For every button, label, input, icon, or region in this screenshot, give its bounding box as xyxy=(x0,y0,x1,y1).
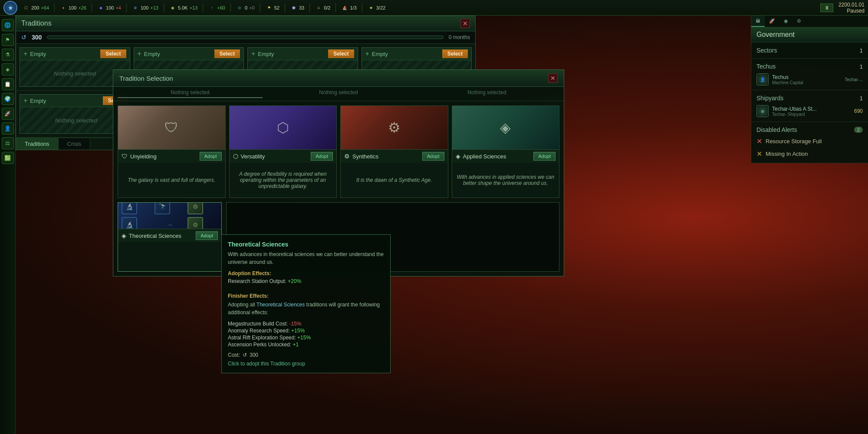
consumer-icon: ⊕ xyxy=(132,4,139,11)
tradition-card-versatility[interactable]: ⬡ ⬡ Versatility Adopt A degree of flexib… xyxy=(229,105,337,198)
tooltip-adoption-title: Adoption Effects: xyxy=(228,270,384,276)
slot-4-select-button[interactable]: Select xyxy=(442,49,468,58)
sidebar-icon-economy[interactable]: 💹 xyxy=(2,152,14,164)
finisher-value-4: +1 xyxy=(293,342,299,348)
traditions-title-bar: Traditions ✕ xyxy=(16,16,475,31)
tradition-card-synthetics[interactable]: ⚙ ⚙ Synthetics Adopt It is the dawn of a… xyxy=(340,105,448,198)
science1-icon: ⚑ xyxy=(266,4,273,11)
sidebar-icon-ships[interactable]: 🚀 xyxy=(2,108,14,120)
tradition-card-unyielding[interactable]: 🛡 🛡 Unyielding Adopt The galaxy is vast … xyxy=(118,105,226,198)
tooltip-finisher-body: Adopting all Theoretical Sciences tradit… xyxy=(228,301,384,316)
sidebar-icon-leaders[interactable]: 👤 xyxy=(2,122,14,135)
versatility-icon: ⬡ xyxy=(233,153,238,160)
shipyard-item-val: 690 xyxy=(854,108,863,114)
right-tab-settings[interactable]: ⚙ xyxy=(792,16,806,27)
unyielding-name: 🛡 Unyielding xyxy=(122,153,157,160)
alerts-title[interactable]: Disabled Alerts xyxy=(756,126,797,133)
slot-1-label: Empty xyxy=(30,51,46,57)
left-sidebar: 🌐 ⚑ ⚗ ◈ 📋 🌍 🚀 👤 ⚖ 💹 xyxy=(0,16,16,434)
theoretical-icon: ◈ xyxy=(122,232,126,239)
pause-button[interactable]: ⏸ xyxy=(820,3,833,12)
modal-title: Tradition Selection xyxy=(119,75,173,82)
pause-status: Paused xyxy=(838,8,865,14)
unyielding-desc: The galaxy is vast and full of dangers. xyxy=(118,163,225,197)
unyielding-icon: 🛡 xyxy=(122,153,128,160)
alert-missing[interactable]: ✕ Missing In Action xyxy=(756,148,863,160)
synthetics-adopt-button[interactable]: Adopt xyxy=(422,152,444,161)
shipyards-title[interactable]: Shipyards xyxy=(756,95,783,102)
sidebar-icon-empire[interactable]: ⚑ xyxy=(2,34,14,46)
slot-1-select-button[interactable]: Select xyxy=(100,49,126,58)
traditions-close-button[interactable]: ✕ xyxy=(460,19,470,28)
slot-3-select-button[interactable]: Select xyxy=(328,49,354,58)
applied-adopt-button[interactable]: Adopt xyxy=(533,152,556,161)
tooltip-finisher-effect-1: Megastructure Build Cost: -15% xyxy=(228,321,384,327)
finisher-value-3: +15% xyxy=(297,335,311,341)
game-logo[interactable]: ★ xyxy=(3,1,17,15)
sidebar-icon-factions[interactable]: ⚖ xyxy=(2,137,14,149)
sidebar-icon-map[interactable]: 🌐 xyxy=(2,19,14,31)
slot-2-select-button[interactable]: Select xyxy=(214,49,240,58)
right-section-alerts: Disabled Alerts 2 ✕ Resource Storage Ful… xyxy=(751,122,868,163)
sectors-title[interactable]: Sectors xyxy=(756,47,777,54)
shipyard-item-sub: Techar- Shipyard xyxy=(772,112,851,117)
shipyards-header: Shipyards 1 xyxy=(756,93,863,103)
right-tab-government[interactable]: 🏛 xyxy=(751,16,765,27)
right-tab-fleet[interactable]: 🚀 xyxy=(765,16,779,27)
tradition-cards-grid: 🛡 🛡 Unyielding Adopt The galaxy is vast … xyxy=(113,101,564,202)
synthetics-icon: ⚙ xyxy=(344,153,350,160)
unyielding-adopt-button[interactable]: Adopt xyxy=(200,152,222,161)
synthetics-image: ⚙ xyxy=(341,106,448,149)
modal-nothing-2: Nothing selected xyxy=(266,89,411,98)
versatility-adopt-button[interactable]: Adopt xyxy=(311,152,333,161)
sidebar-icon-planets[interactable]: 🌍 xyxy=(2,93,14,105)
tab-crisis[interactable]: Crisis xyxy=(59,138,91,150)
resource-fleet2: ⛵ 1/3 xyxy=(341,4,356,11)
tooltip-cta[interactable]: Click to adopt this Tradition group xyxy=(228,361,384,367)
food-icon: ◉ xyxy=(169,4,176,11)
sidebar-icon-traditions[interactable]: ◈ xyxy=(2,63,14,76)
shipyard-item[interactable]: ⊕ Techar-Ubas A St... Techar- Shipyard 6… xyxy=(756,103,863,119)
minerals-delta: +26 xyxy=(78,5,86,10)
techus-item-name: Techus xyxy=(772,74,841,80)
tradition-card-theoretical[interactable]: 🔬 🔭 ⚙ 🔬 → ⚙ ◈ Theoretical Sciences xyxy=(118,202,222,272)
shipyard-item-name: Techar-Ubas A St... xyxy=(772,106,851,112)
resource-energy: ⬡ 200 +64 xyxy=(23,4,49,11)
unyielding-decoration: 🛡 xyxy=(118,106,225,149)
applied-desc: With advances in applied sciences we can… xyxy=(452,163,559,197)
alert-storage[interactable]: ✕ Resource Storage Full xyxy=(756,135,863,148)
theoretical-adopt-button[interactable]: Adopt xyxy=(196,231,218,240)
techus-item-val: Techar-... xyxy=(845,77,863,82)
fleet2-value: 1/3 xyxy=(350,5,356,10)
traditions-title: Traditions xyxy=(21,20,52,27)
versatility-decoration: ⬡ xyxy=(230,106,337,149)
tree-node-4: 🔬 xyxy=(122,217,137,229)
slot-1-header: + Empty Select xyxy=(20,48,130,60)
tooltip-effect-label-1: Research Station Output: xyxy=(228,278,288,284)
tree-node-5: ⚙ xyxy=(187,217,203,229)
cost-label: Cost: xyxy=(228,352,240,358)
right-panel-tabs: 🏛 🚀 ◉ ⚙ xyxy=(751,16,868,27)
techus-title[interactable]: Techus xyxy=(756,63,776,70)
right-tab-planets[interactable]: ◉ xyxy=(779,16,792,27)
tab-traditions[interactable]: Traditions xyxy=(16,138,59,150)
resource-science2: ⬟ 33 xyxy=(290,4,304,11)
science2-value: 33 xyxy=(299,5,304,10)
sidebar-icon-tech[interactable]: ⚗ xyxy=(2,49,14,61)
datetime-display: 2200.01.01 Paused xyxy=(838,2,865,14)
resource-alloys: ◆ 100 +4 xyxy=(97,4,121,11)
techus-item[interactable]: 👤 Techus Machine Capital Techar-... xyxy=(756,72,863,87)
theoretical-tree: 🔬 🔭 ⚙ 🔬 → ⚙ xyxy=(118,203,221,229)
tooltip-finisher-effect-2: Anomaly Research Speed: +15% xyxy=(228,328,384,334)
finisher-value-1: -15% xyxy=(289,321,301,327)
slot-1-plus: + xyxy=(23,50,27,58)
tradition-card-applied[interactable]: ◈ ◈ Applied Sciences Adopt With advances… xyxy=(452,105,560,198)
modal-close-button[interactable]: ✕ xyxy=(548,73,558,83)
minerals-value: 100 xyxy=(69,5,76,10)
resource-food: ◉ 5.0K +13 xyxy=(169,4,197,11)
right-section-techus: Techus 1 👤 Techus Machine Capital Techar… xyxy=(751,59,868,90)
sidebar-icon-policies[interactable]: 📋 xyxy=(2,78,14,90)
slot-4-plus: + xyxy=(365,50,369,58)
versatility-name: ⬡ Versatility xyxy=(233,153,265,160)
consumer-value: 100 xyxy=(141,5,148,10)
